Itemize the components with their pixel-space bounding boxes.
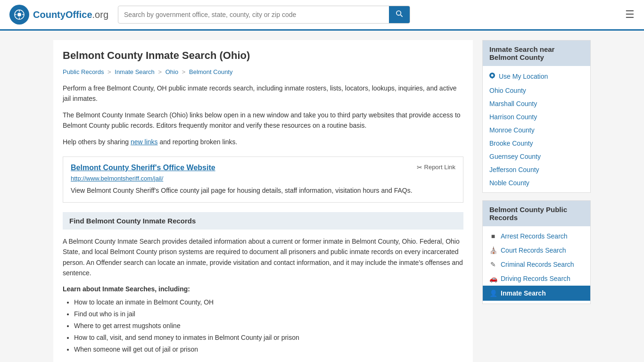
- sidebar-monroe-county[interactable]: Monroe County: [483, 123, 590, 137]
- driving-icon: 🚗: [489, 275, 497, 282]
- find-section-header: Find Belmont County Inmate Records: [63, 212, 463, 230]
- arrest-icon: ■: [489, 232, 497, 240]
- location-pin-icon: [489, 73, 495, 80]
- list-item: Where to get arrest mugshots online: [74, 320, 463, 332]
- sidebar-public-records-header: Belmont County Public Records: [483, 201, 590, 226]
- driving-records-link[interactable]: Driving Records Search: [501, 275, 570, 282]
- sidebar-public-records-links: ■ Arrest Records Search ⛪ Court Records …: [483, 226, 590, 304]
- main-content: Belmont County Inmate Search (Ohio) Publ…: [53, 40, 473, 362]
- search-input[interactable]: [118, 7, 389, 22]
- inmate-search-item-active[interactable]: 👤 Inmate Search: [483, 286, 590, 301]
- sidebar: Inmate Search near Belmont County Use My…: [482, 40, 591, 362]
- link-block-title[interactable]: Belmont County Sheriff's Office Website: [71, 164, 215, 172]
- use-location-item[interactable]: Use My Location: [483, 69, 590, 84]
- report-link[interactable]: ✂ Report Link: [417, 164, 455, 171]
- list-header: Learn about Inmate Searches, including:: [63, 285, 463, 293]
- use-location-link[interactable]: Use My Location: [499, 73, 548, 80]
- main-container: Belmont County Inmate Search (Ohio) Publ…: [44, 31, 600, 362]
- description-2: The Belmont County Inmate Search (Ohio) …: [63, 110, 463, 131]
- list-item: How to call, visit, and send money to in…: [74, 332, 463, 344]
- inmate-search-link[interactable]: Inmate Search: [501, 289, 546, 297]
- link-block-header: Belmont County Sheriff's Office Website …: [71, 164, 455, 175]
- sidebar-noble-county[interactable]: Noble County: [483, 176, 590, 189]
- court-records-link[interactable]: Court Records Search: [501, 247, 566, 254]
- logo-icon: [9, 5, 29, 25]
- description-1: Perform a free Belmont County, OH public…: [63, 83, 463, 104]
- breadcrumb-inmate-search[interactable]: Inmate Search: [115, 68, 155, 75]
- sidebar-nearby-links: Use My Location Ohio County Marshall Cou…: [483, 66, 590, 192]
- criminal-icon: ✎: [489, 261, 497, 268]
- menu-icon[interactable]: ☰: [625, 8, 635, 21]
- svg-point-1: [17, 13, 21, 16]
- sidebar-brooke-county[interactable]: Brooke County: [483, 137, 590, 150]
- svg-point-10: [491, 74, 494, 77]
- sidebar-guernsey-county[interactable]: Guernsey County: [483, 150, 590, 163]
- sidebar-marshall-county[interactable]: Marshall County: [483, 97, 590, 110]
- breadcrumb-public-records[interactable]: Public Records: [63, 68, 104, 75]
- sidebar-public-records-section: Belmont County Public Records ■ Arrest R…: [482, 200, 591, 304]
- logo-text: CountyOffice.org: [33, 9, 108, 20]
- svg-line-7: [401, 15, 403, 17]
- driving-records-item[interactable]: 🚗 Driving Records Search: [483, 272, 590, 286]
- sidebar-nearby-header: Inmate Search near Belmont County: [483, 41, 590, 66]
- description-3: Help others by sharing new links and rep…: [63, 137, 463, 147]
- link-block: Belmont County Sheriff's Office Website …: [63, 156, 463, 203]
- arrest-records-link[interactable]: Arrest Records Search: [501, 232, 568, 240]
- inmate-icon: 👤: [489, 289, 497, 297]
- list-item: How to locate an inmate in Belmont Count…: [74, 296, 463, 308]
- breadcrumb: Public Records > Inmate Search > Ohio > …: [63, 68, 463, 75]
- sidebar-ohio-county[interactable]: Ohio County: [483, 84, 590, 97]
- report-icon: ✂: [417, 164, 422, 171]
- bullet-list: How to locate an inmate in Belmont Count…: [63, 296, 463, 356]
- court-records-item[interactable]: ⛪ Court Records Search: [483, 243, 590, 257]
- page-title: Belmont County Inmate Search (Ohio): [63, 49, 463, 62]
- court-icon: ⛪: [489, 247, 497, 254]
- breadcrumb-ohio[interactable]: Ohio: [165, 68, 178, 75]
- link-desc: View Belmont County Sheriff's Office cou…: [71, 186, 455, 196]
- criminal-records-item[interactable]: ✎ Criminal Records Search: [483, 257, 590, 272]
- list-item: When someone will get out of jail or pri…: [74, 344, 463, 355]
- sidebar-harrison-county[interactable]: Harrison County: [483, 110, 590, 123]
- breadcrumb-belmont[interactable]: Belmont County: [189, 68, 233, 75]
- svg-point-6: [396, 11, 401, 15]
- criminal-records-link[interactable]: Criminal Records Search: [501, 261, 574, 268]
- new-links[interactable]: new links: [131, 138, 158, 146]
- arrest-records-item[interactable]: ■ Arrest Records Search: [483, 229, 590, 243]
- logo-link[interactable]: CountyOffice.org: [9, 5, 108, 25]
- sidebar-jefferson-county[interactable]: Jefferson County: [483, 163, 590, 176]
- site-header: CountyOffice.org ☰: [0, 0, 644, 31]
- sidebar-nearby-section: Inmate Search near Belmont County Use My…: [482, 40, 591, 193]
- list-item: Find out who is in jail: [74, 308, 463, 320]
- search-bar: [118, 6, 410, 24]
- find-section-body: A Belmont County Inmate Search provides …: [63, 236, 463, 279]
- link-url[interactable]: http://www.belmontsheriff.com/jail/: [71, 175, 455, 182]
- search-button[interactable]: [389, 6, 410, 23]
